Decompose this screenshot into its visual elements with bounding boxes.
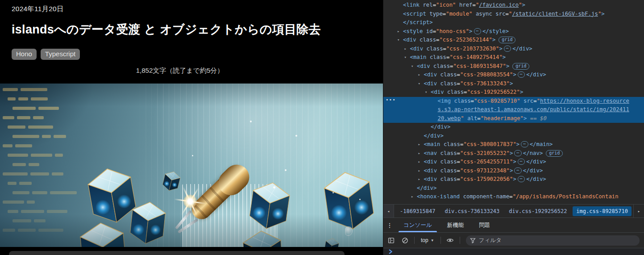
console-filter[interactable] <box>466 235 640 246</box>
twisty-collapsed-icon[interactable]: ▸ <box>418 167 424 176</box>
context-selector[interactable]: top ▼ <box>418 237 437 243</box>
code-token: </div> <box>523 167 543 174</box>
elements-tree-row[interactable]: ▸<honox-island component-name="/app/isla… <box>383 192 644 201</box>
elements-tree-row[interactable]: ▸<div class="css-1759022056">⋯</div> <box>383 175 644 184</box>
code-token: > <box>513 159 516 165</box>
expand-ellipsis-icon[interactable]: ⋯ <box>514 167 521 174</box>
code-token: = <box>457 80 460 87</box>
elements-tree-row[interactable]: ▾<div class="css-1869315847">grid <box>383 62 644 71</box>
elements-tree-row[interactable]: </div> <box>383 184 644 193</box>
code-token: <div <box>424 159 437 165</box>
expand-ellipsis-icon[interactable]: ⋯ <box>518 176 525 182</box>
breadcrumb-scroll-right-icon[interactable]: ▸ <box>633 205 644 217</box>
drawer-tab-item[interactable]: 新機能 <box>441 218 470 232</box>
code-token <box>437 150 440 156</box>
code-token: id <box>426 28 433 34</box>
elements-tree-row[interactable]: ▾<div class="css-2523652144">grid <box>383 36 644 45</box>
breadcrumb-item[interactable]: div.css-1929256522 <box>505 206 570 216</box>
twisty-collapsed-icon[interactable]: ▸ <box>411 192 417 201</box>
expand-ellipsis-icon[interactable]: ⋯ <box>518 159 525 165</box>
drawer-tab-item[interactable]: 問題 <box>473 218 496 232</box>
drawer-menu-icon[interactable]: ⋮ <box>383 218 396 232</box>
elements-tree-row[interactable]: ▾<div class="css-736133243"> <box>383 79 644 88</box>
code-token: "/app/islands/PostIslandsContain <box>513 193 619 200</box>
code-token <box>437 71 440 78</box>
elements-tree-row[interactable]: ▸<div class="css-973122348">⋯</div> <box>383 167 644 176</box>
code-token <box>473 11 476 17</box>
code-token <box>437 176 440 182</box>
code-token: = <box>457 71 460 78</box>
twisty-expanded-icon[interactable]: ▾ <box>418 79 424 88</box>
twisty-collapsed-icon[interactable]: ▸ <box>418 158 424 167</box>
elements-tree-row-selected[interactable]: •••<img class="css-89285710" src="https:… <box>383 97 644 123</box>
code-token: > <box>601 11 604 17</box>
node-menu-icon[interactable]: ••• <box>386 96 396 105</box>
twisty-collapsed-icon[interactable]: ▸ <box>397 27 403 36</box>
twisty-collapsed-icon[interactable]: ▸ <box>418 71 424 79</box>
breadcrumb-item[interactable]: div.css-736133243 <box>441 206 503 216</box>
code-token: src <box>495 11 505 17</box>
breadcrumb-scroll-left-icon[interactable]: ◂ <box>383 205 394 217</box>
elements-tree-row[interactable]: </script> <box>383 18 644 27</box>
elements-tree-row[interactable]: </div> <box>383 132 644 141</box>
twisty-expanded-icon[interactable]: ▾ <box>425 88 431 97</box>
expand-ellipsis-icon[interactable]: ⋯ <box>518 71 525 78</box>
code-token <box>444 89 447 95</box>
elements-tree-row[interactable]: <link rel="icon" href="/favicon.ico"> <box>383 1 644 10</box>
twisty-expanded-icon[interactable]: ▾ <box>411 62 417 71</box>
reading-time: 1,852文字（読了まで約5分） <box>12 67 348 75</box>
expand-ellipsis-icon[interactable]: ⋯ <box>521 141 528 147</box>
code-token: > <box>506 63 509 69</box>
breadcrumb-item[interactable]: -1869315847 <box>396 206 439 216</box>
code-token: <div <box>424 80 437 87</box>
code-token: class <box>440 71 457 78</box>
code-token: > <box>499 46 502 52</box>
elements-tree-row[interactable]: ▸<div class="css-2988083554">⋯</div> <box>383 71 644 79</box>
elements-tree-row[interactable]: ▸<div class="css-2103732630">⋯</div> <box>383 45 644 54</box>
twisty-collapsed-icon[interactable]: ▸ <box>418 140 424 149</box>
elements-tree-row[interactable]: </div> <box>383 123 644 132</box>
elements-tree-row[interactable]: ▸<main class="css-3808017837">⋯</main> <box>383 140 644 149</box>
twisty-expanded-icon[interactable]: ▾ <box>397 36 403 45</box>
breadcrumb: ◂ -1869315847div.css-736133243div.css-19… <box>383 204 644 217</box>
drawer-tab-console-active[interactable]: コンソール <box>398 218 438 232</box>
elements-tree-row[interactable]: ▾<main class="css-1489275414"> <box>383 53 644 62</box>
code-token: > <box>513 71 516 78</box>
elements-tree[interactable]: <link rel="icon" href="/favicon.ico"><sc… <box>383 0 644 204</box>
twisty-expanded-icon[interactable]: ▾ <box>404 53 410 62</box>
twisty-collapsed-icon[interactable]: ▸ <box>418 175 424 184</box>
elements-tree-row[interactable]: <script type="module" async src="/static… <box>383 10 644 19</box>
grid-badge[interactable]: grid <box>546 150 563 157</box>
code-token: class <box>427 46 443 52</box>
filter-input[interactable] <box>479 237 636 243</box>
console-sidebar-icon[interactable] <box>385 234 397 246</box>
grid-badge[interactable]: grid <box>512 63 529 70</box>
code-token: > <box>516 141 519 147</box>
expand-ellipsis-icon[interactable]: ⋯ <box>474 28 481 34</box>
elements-tree-row[interactable]: ▸<div class="css-2654255711">⋯</div> <box>383 158 644 167</box>
tag-pill-typescript[interactable]: Typescript <box>41 49 80 60</box>
expand-ellipsis-icon[interactable]: ⋯ <box>504 46 511 52</box>
grid-badge[interactable]: grid <box>499 37 515 43</box>
code-token: href <box>459 2 473 8</box>
eye-icon[interactable] <box>445 234 456 246</box>
code-token: async <box>476 11 492 17</box>
chevron-down-icon: ▼ <box>431 238 434 242</box>
twisty-collapsed-icon[interactable]: ▸ <box>404 45 410 54</box>
code-token: </main> <box>530 141 553 147</box>
console-prompt-icon <box>389 249 393 254</box>
code-token: alt <box>467 115 477 121</box>
code-token: = <box>457 167 460 174</box>
elements-tree-row[interactable]: ▸<nav class="css-321055232">⋯</nav>grid <box>383 149 644 158</box>
expand-ellipsis-icon[interactable]: ⋯ <box>514 150 521 156</box>
code-token <box>456 2 459 8</box>
twisty-collapsed-icon[interactable]: ▸ <box>418 149 424 158</box>
post-header: 2024年11月20日 islandsへのデータ受渡 と オブジェクトからの項目… <box>0 0 348 75</box>
tag-list: HonoTypescript <box>12 49 348 60</box>
elements-tree-row[interactable]: ▾<div class="css-1929256522"> <box>383 88 644 97</box>
console-prompt[interactable] <box>383 248 644 255</box>
tag-pill-hono[interactable]: Hono <box>12 49 37 60</box>
clear-console-icon[interactable] <box>399 234 411 246</box>
breadcrumb-item[interactable]: img.css-89285710 <box>573 206 632 216</box>
elements-tree-row[interactable]: ▸<style id="hono-css">⋯</style> <box>383 27 644 36</box>
